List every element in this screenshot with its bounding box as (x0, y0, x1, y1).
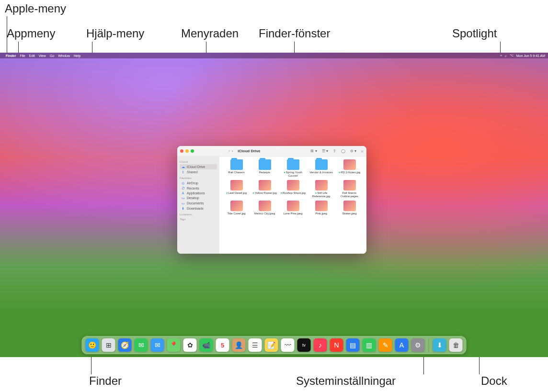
file-item[interactable]: Vendor & Invoices (308, 159, 334, 177)
dock-tv-icon[interactable]: tv (297, 338, 311, 352)
file-label: Lone Pine.jpeg (280, 212, 306, 215)
dock-reminders-icon[interactable]: ☰ (249, 338, 262, 352)
sidebar-item-icloud-drive[interactable]: ☁iCloud Drive (180, 164, 217, 169)
dock-maps-icon[interactable]: 📍 (167, 338, 181, 352)
dock-finder-icon[interactable]: 🙂 (86, 338, 99, 352)
dock-freeform-icon[interactable]: 〰 (281, 338, 295, 352)
callout-finder-window: Finder-fönster (259, 27, 330, 40)
dock-launchpad-icon[interactable]: ⊞ (102, 338, 115, 352)
callout-dock: Dock (481, 374, 507, 388)
sidebar-item-downloads[interactable]: ⬇Downloads (180, 206, 217, 211)
file-item[interactable]: Fall Scents Outline.pages (336, 180, 363, 198)
menu-bar: Finder File Edit View Go Window Help ⌔ ⌕… (0, 53, 548, 58)
dock-photos-icon[interactable]: ✿ (183, 338, 197, 352)
minimize-button[interactable] (185, 149, 189, 153)
dock-numbers-icon[interactable]: ▥ (363, 338, 376, 352)
folder-icon (287, 159, 299, 170)
file-item[interactable]: Skater.jpeg (336, 201, 363, 215)
dock-downloads-icon[interactable]: ⬇ (433, 338, 446, 352)
callout-menu-bar: Menyraden (181, 27, 239, 40)
dock-safari-icon[interactable]: 🧭 (118, 338, 132, 352)
dock-calendar-icon[interactable]: 5 (216, 338, 229, 352)
share-button[interactable]: ⇪ (333, 149, 336, 153)
file-item[interactable]: Spring Youth Council (280, 159, 306, 177)
sidebar-item-label: iCloud Drive (187, 165, 205, 168)
back-button[interactable]: ‹ (228, 149, 230, 153)
file-item[interactable]: Lone Pine.jpeg (280, 201, 306, 215)
file-label: Mexico City.jpeg (251, 212, 278, 215)
file-item[interactable]: Rooftop Shoot.jpg (280, 180, 306, 198)
zoom-button[interactable] (191, 149, 194, 153)
sidebar-item-label: Applications (187, 191, 205, 195)
menu-view[interactable]: View (39, 54, 46, 57)
callout-spotlight: Spotlight (452, 27, 497, 40)
window-controls (180, 149, 194, 153)
view-icons-button[interactable]: ⊞ ▾ (310, 149, 317, 153)
file-item[interactable]: Rail Chasers (223, 159, 250, 177)
group-button[interactable]: ☰ ▾ (322, 149, 328, 153)
search-button[interactable]: ⌕ (361, 149, 364, 153)
dock-trash-icon[interactable]: 🗑 (449, 338, 463, 352)
dock-music-icon[interactable]: ♪ (314, 338, 327, 352)
file-label: Pink.jpeg (308, 212, 334, 215)
menu-file[interactable]: File (20, 54, 25, 57)
menu-help[interactable]: Help (74, 54, 80, 57)
sidebar-item-applications[interactable]: AApplications (180, 190, 217, 195)
file-item[interactable]: Pink.jpeg (308, 201, 334, 215)
file-label: Skater.jpeg (336, 212, 363, 215)
app-menu-finder[interactable]: Finder (6, 54, 16, 57)
sidebar-section-header: iCloud (180, 160, 217, 163)
folder-icon (259, 159, 271, 170)
file-label: Spring Youth Council (280, 171, 306, 177)
file-item[interactable]: RD.2-Notes.jpg (336, 159, 363, 177)
control-center-icon[interactable]: ⌥ (510, 54, 514, 57)
sidebar-section-header: Favorites (180, 177, 217, 179)
file-item[interactable]: Still Life Reference.jpg (308, 180, 334, 198)
sidebar-item-shared[interactable]: ⇪Shared (180, 169, 217, 175)
datetime[interactable]: Mon Jun 5 9:41 AM (516, 54, 545, 57)
dock-news-icon[interactable]: N (330, 338, 343, 352)
file-item[interactable]: Leaf Detail.jpg (223, 180, 250, 198)
file-label: Rail Chasers (223, 171, 250, 174)
dock-facetime-icon[interactable]: 📹 (200, 338, 213, 352)
tags-button[interactable]: ◯ (341, 149, 345, 153)
dock-mail-icon[interactable]: ✉ (151, 338, 164, 352)
menu-window[interactable]: Window (58, 54, 70, 57)
file-item[interactable]: Mexico City.jpeg (251, 201, 278, 215)
dock-keynote-icon[interactable]: ▤ (346, 338, 360, 352)
sidebar-item-airdrop[interactable]: ◎AirDrop (180, 180, 217, 186)
shared-icon: ⇪ (181, 170, 185, 174)
dock-notes-icon[interactable]: 📝 (265, 338, 278, 352)
callout-help-menu: Hjälp-meny (86, 27, 144, 40)
spotlight-icon[interactable]: ⌕ (505, 54, 507, 57)
forward-button[interactable]: › (232, 149, 233, 153)
dock-contacts-icon[interactable]: 👤 (232, 338, 246, 352)
menu-go[interactable]: Go (50, 54, 54, 57)
dock-messages-icon[interactable]: ✉ (135, 338, 148, 352)
file-item[interactable]: Receipts (251, 159, 278, 177)
window-title: iCloud Drive (238, 149, 260, 153)
documents-icon: ▭ (181, 202, 185, 205)
file-item[interactable]: Title Cover.jpg (223, 201, 250, 215)
action-button[interactable]: ⊖ ▾ (350, 149, 356, 153)
file-thumbnail-icon (315, 201, 328, 211)
wifi-icon[interactable]: ⌔ (500, 54, 502, 57)
dock-pages-icon[interactable]: ✎ (379, 338, 392, 352)
close-button[interactable] (180, 149, 183, 153)
file-item[interactable]: Yellow Flower.jpg (251, 180, 278, 198)
file-label: Fall Scents Outline.pages (336, 191, 363, 198)
file-thumbnail-icon (259, 180, 271, 190)
sidebar-item-desktop[interactable]: ▭Desktop (180, 195, 217, 201)
callout-system-settings: Systeminställningar (296, 374, 396, 388)
dock-system-settings-icon[interactable]: ⚙ (411, 338, 425, 352)
file-thumbnail-icon (343, 180, 356, 190)
sidebar-item-documents[interactable]: ▭Documents (180, 201, 217, 206)
file-thumbnail-icon (315, 180, 328, 190)
menu-edit[interactable]: Edit (29, 54, 35, 57)
sidebar-item-label: Documents (187, 202, 204, 205)
sidebar-item-recents[interactable]: ⏱Recents (180, 186, 217, 190)
finder-toolbar: ‹ › iCloud Drive ⊞ ▾ ☰ ▾ ⇪ ◯ ⊖ ▾ ⌕ (177, 146, 366, 157)
finder-window: ‹ › iCloud Drive ⊞ ▾ ☰ ▾ ⇪ ◯ ⊖ ▾ ⌕ iClou… (177, 146, 366, 254)
dock-appstore-icon[interactable]: A (395, 338, 409, 352)
callout-apple-menu: Apple-meny (5, 2, 66, 15)
